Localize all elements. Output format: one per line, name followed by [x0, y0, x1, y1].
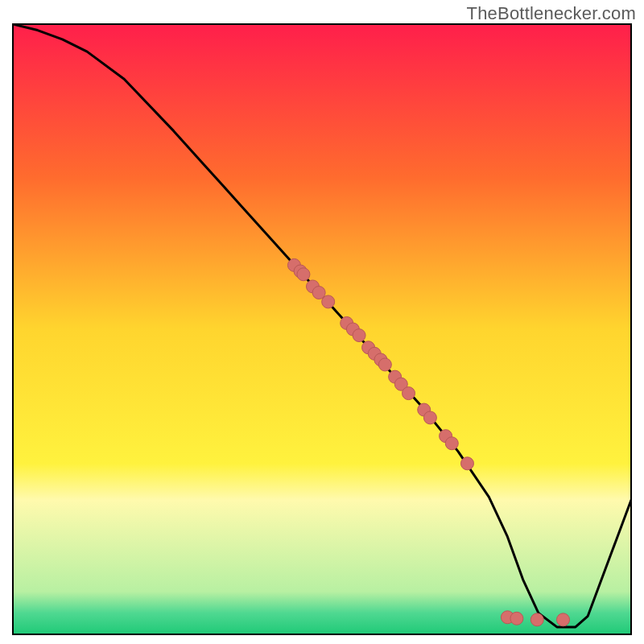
data-point [297, 268, 310, 281]
data-point [353, 329, 365, 342]
data-point [402, 387, 415, 400]
data-point [557, 613, 570, 626]
chart-background [13, 24, 631, 634]
data-point [423, 411, 436, 424]
data-point [510, 612, 523, 625]
data-point [322, 295, 335, 308]
data-point [460, 457, 473, 470]
data-point [378, 358, 391, 371]
chart-stage: TheBottlenecker.com [0, 0, 644, 644]
data-point [530, 613, 543, 626]
data-point [445, 437, 458, 450]
watermark-label: TheBottlenecker.com [467, 3, 636, 24]
bottleneck-chart [0, 0, 644, 644]
